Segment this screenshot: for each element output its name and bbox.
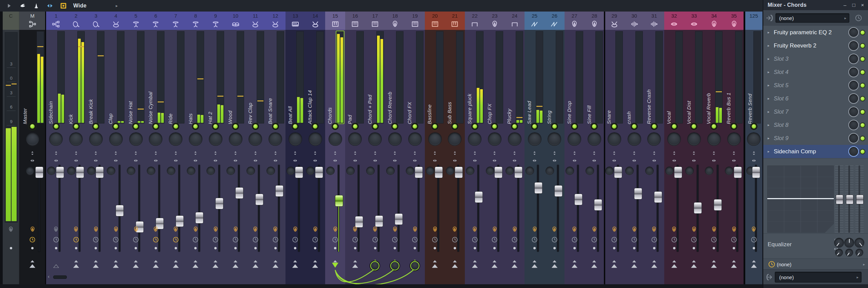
channel-number[interactable]: 1: [55, 13, 57, 19]
channel-header[interactable]: 12: [265, 12, 286, 30]
pan-knob[interactable]: [668, 133, 680, 146]
volume-fader[interactable]: [176, 215, 184, 227]
latency-clock-icon[interactable]: [412, 236, 418, 243]
channel-strip[interactable]: 2Kick: [66, 12, 86, 284]
volume-fader[interactable]: [275, 185, 283, 197]
mute-led[interactable]: [671, 123, 677, 129]
send-to-master-icon[interactable]: [273, 263, 278, 269]
pan-lr-icon[interactable]: [93, 158, 98, 163]
channel-number[interactable]: 30: [631, 13, 637, 19]
mute-dot[interactable]: [454, 247, 456, 249]
mute-dot[interactable]: [274, 247, 277, 249]
aux-knob[interactable]: [446, 167, 454, 175]
record-arm-icon[interactable]: [172, 226, 179, 233]
volume-fader[interactable]: [475, 191, 483, 203]
slot-mix-knob[interactable]: [848, 54, 859, 64]
volume-fader[interactable]: [734, 167, 742, 178]
send-to-master-icon[interactable]: [73, 263, 79, 269]
mute-led[interactable]: [173, 123, 179, 129]
stereo-sep-icon[interactable]: [113, 151, 118, 156]
channel-number[interactable]: 17: [372, 13, 378, 19]
eq-band-slider-handle[interactable]: [846, 195, 853, 204]
channel-header[interactable]: 10: [225, 12, 246, 30]
pan-knob[interactable]: [508, 133, 521, 146]
volume-fader[interactable]: [335, 195, 343, 207]
send-to-master-icon[interactable]: [432, 263, 438, 269]
channel-header[interactable]: 22: [465, 12, 485, 30]
slot-expand-arrow-icon[interactable]: ▸: [768, 96, 772, 101]
channel-header[interactable]: M: [19, 12, 46, 30]
mute-led[interactable]: [651, 123, 657, 129]
stereo-sep-icon[interactable]: [273, 151, 278, 156]
send-to-master-icon[interactable]: [572, 263, 577, 269]
stereo-sep-icon[interactable]: [373, 151, 378, 156]
pan-lr-icon[interactable]: [731, 158, 736, 163]
channel-header[interactable]: 20: [425, 12, 445, 30]
mute-dot[interactable]: [354, 247, 356, 249]
send-to-master-icon[interactable]: [253, 263, 258, 269]
stereo-sep-icon[interactable]: [392, 151, 397, 156]
stereo-sep-icon[interactable]: [173, 151, 178, 156]
channel-strip[interactable]: 19Chord FX: [405, 12, 425, 284]
pan-lr-icon[interactable]: [333, 158, 338, 163]
aux-knob[interactable]: [646, 167, 653, 175]
slot-mix-knob[interactable]: [848, 67, 859, 77]
pan-lr-icon[interactable]: [133, 158, 138, 163]
pan-lr-icon[interactable]: [652, 158, 657, 163]
stereo-sep-icon[interactable]: [333, 151, 338, 156]
volume-fader[interactable]: [255, 194, 263, 205]
channel-number[interactable]: 3: [95, 13, 97, 19]
stereo-sep-icon[interactable]: [751, 151, 756, 156]
record-arm-icon[interactable]: [192, 226, 199, 233]
clock-icon[interactable]: [767, 260, 776, 269]
stereo-sep-icon[interactable]: [512, 151, 517, 156]
pan-lr-icon[interactable]: [432, 158, 437, 163]
latency-clock-icon[interactable]: [133, 236, 139, 243]
eq-band-slider-handle[interactable]: [856, 195, 864, 204]
channel-strip[interactable]: 18Chord Reverb: [385, 12, 405, 284]
fx-slot-7[interactable]: ▸Slot 7: [763, 105, 868, 119]
pan-lr-icon[interactable]: [213, 158, 218, 163]
record-arm-icon[interactable]: [432, 226, 438, 233]
slot-expand-arrow-icon[interactable]: ▸: [768, 30, 772, 35]
record-arm-icon[interactable]: [252, 226, 259, 233]
channel-strip[interactable]: 23Chop FX: [485, 12, 505, 284]
pan-lr-icon[interactable]: [353, 158, 358, 163]
pan-knob[interactable]: [26, 133, 39, 146]
channel-header[interactable]: 30: [624, 12, 645, 30]
record-arm-icon[interactable]: [491, 226, 498, 233]
channel-number[interactable]: 26: [552, 13, 557, 19]
latency-clock-icon[interactable]: [352, 236, 358, 243]
pan-lr-icon[interactable]: [572, 158, 577, 163]
pan-lr-icon[interactable]: [173, 158, 178, 163]
channel-header[interactable]: 15: [325, 12, 346, 30]
pan-knob[interactable]: [110, 133, 122, 146]
record-arm-icon[interactable]: [312, 226, 319, 233]
volume-fader[interactable]: [215, 198, 223, 209]
stereo-sep-icon[interactable]: [711, 151, 716, 156]
volume-fader[interactable]: [654, 191, 662, 203]
send-to-master-icon[interactable]: [631, 263, 637, 269]
pan-lr-icon[interactable]: [293, 158, 298, 163]
audio-output-select[interactable]: (none) ▸: [775, 272, 862, 283]
stereo-sep-icon[interactable]: [133, 151, 138, 156]
record-arm-icon[interactable]: [671, 226, 677, 233]
volume-fader[interactable]: [514, 167, 522, 178]
aux-knob[interactable]: [666, 167, 673, 175]
record-arm-icon[interactable]: [651, 226, 657, 233]
mute-led[interactable]: [73, 123, 79, 129]
latency-clock-icon[interactable]: [232, 236, 239, 243]
fx-slot-6[interactable]: ▸Slot 6: [763, 92, 868, 105]
channel-number[interactable]: 4: [115, 13, 117, 19]
stereo-sep-icon[interactable]: [313, 151, 318, 156]
stereo-sep-icon[interactable]: [432, 151, 437, 156]
send-to-master-icon[interactable]: [691, 263, 697, 269]
pan-knob[interactable]: [488, 133, 501, 146]
stereo-sep-icon[interactable]: [492, 151, 497, 156]
latency-clock-icon[interactable]: [711, 236, 717, 243]
channel-strip[interactable]: 17Chord + Pad: [365, 12, 385, 284]
volume-fader[interactable]: [494, 167, 502, 178]
eq-band-slider-handle[interactable]: [836, 195, 843, 204]
send-to-master-icon[interactable]: [651, 263, 657, 269]
current-track-column[interactable]: C30369: [3, 12, 19, 284]
